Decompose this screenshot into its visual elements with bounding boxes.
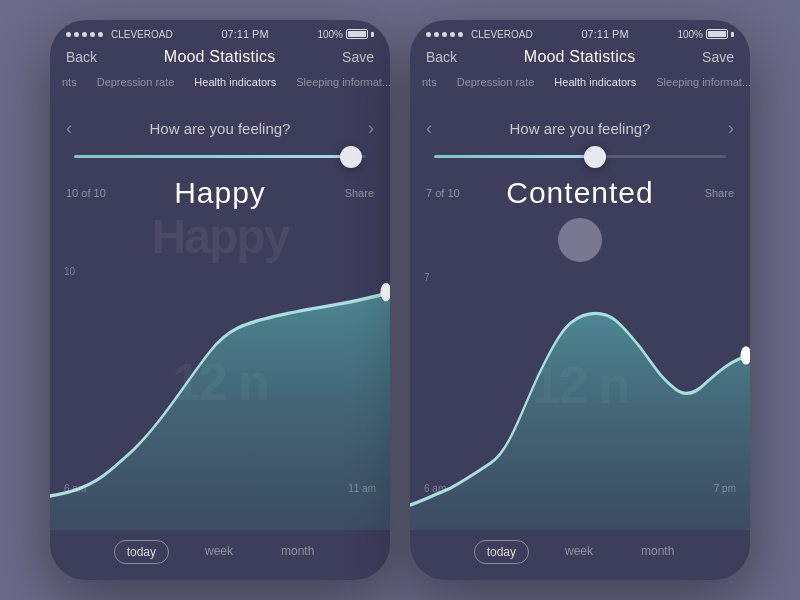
tab-2-2[interactable]: Health indicators (550, 74, 640, 90)
carrier-1: CLEVEROAD (111, 29, 173, 40)
tab-2-0[interactable]: nts (418, 74, 441, 90)
page-title-2: Mood Statistics (524, 48, 635, 66)
tab-2-3[interactable]: Sleeping informat... (652, 74, 750, 90)
save-button-1[interactable]: Save (342, 49, 374, 65)
mood-label-2: Contented (506, 176, 653, 210)
btab-week-2[interactable]: week (553, 540, 605, 564)
slider-track-1 (74, 155, 366, 158)
btab-today-1[interactable]: today (114, 540, 169, 564)
battery-icon-2 (706, 29, 734, 39)
phone-1: CLEVEROAD 07:11 PM 100% Back Mood Statis… (50, 20, 390, 580)
question-area-1: ‹ How are you feeling? › (50, 98, 390, 149)
circle-area-2 (410, 214, 750, 264)
btab-month-2[interactable]: month (629, 540, 686, 564)
btab-week-1[interactable]: week (193, 540, 245, 564)
mood-area-2: 7 of 10 Contented Share (410, 164, 750, 214)
mood-area-1: 10 of 10 Happy Share (50, 164, 390, 214)
btab-today-2[interactable]: today (474, 540, 529, 564)
tab-2-1[interactable]: Depression rate (453, 74, 539, 90)
mood-label-1: Happy (174, 176, 266, 210)
battery-icon-1 (346, 29, 374, 39)
watermark-text-1: Happy (152, 209, 289, 264)
next-arrow-2[interactable]: › (728, 118, 734, 139)
bottom-tabs-2: today week month (410, 530, 750, 580)
back-button-1[interactable]: Back (66, 49, 97, 65)
question-text-2: How are you feeling? (444, 120, 716, 137)
chart-2: 7 12 n 6 am 7 pm (410, 264, 750, 530)
back-button-2[interactable]: Back (426, 49, 457, 65)
next-arrow-1[interactable]: › (368, 118, 374, 139)
signal-dots-1 (66, 32, 103, 37)
chart-svg-2 (410, 264, 750, 530)
chart-time-left-1: 6 am (64, 483, 86, 494)
svg-point-0 (381, 284, 390, 301)
signal-dots-2 (426, 32, 463, 37)
bottom-tabs-1: today week month (50, 530, 390, 580)
slider-1[interactable] (50, 149, 390, 164)
slider-fill-2 (434, 155, 595, 158)
save-button-2[interactable]: Save (702, 49, 734, 65)
battery-pct-1: 100% (317, 29, 343, 40)
mood-share-2[interactable]: Share (705, 187, 734, 199)
carrier-2: CLEVEROAD (471, 29, 533, 40)
tab-1-3[interactable]: Sleeping informat... (292, 74, 390, 90)
mood-share-1[interactable]: Share (345, 187, 374, 199)
svg-point-1 (741, 347, 750, 364)
nav-bar-1: Back Mood Statistics Save (50, 44, 390, 74)
chart-svg-1 (50, 258, 390, 530)
phone-2: CLEVEROAD 07:11 PM 100% Back Mood Statis… (410, 20, 750, 580)
status-bar-1: CLEVEROAD 07:11 PM 100% (50, 20, 390, 44)
time-1: 07:11 PM (222, 28, 269, 40)
btab-month-1[interactable]: month (269, 540, 326, 564)
tabs-bar-1: nts Depression rate Health indicators Sl… (50, 74, 390, 98)
nav-bar-2: Back Mood Statistics Save (410, 44, 750, 74)
time-2: 07:11 PM (582, 28, 629, 40)
page-title-1: Mood Statistics (164, 48, 275, 66)
slider-2[interactable] (410, 149, 750, 164)
battery-pct-2: 100% (677, 29, 703, 40)
prev-arrow-1[interactable]: ‹ (66, 118, 72, 139)
gray-circle-2 (558, 218, 602, 262)
slider-track-2 (434, 155, 726, 158)
slider-fill-1 (74, 155, 351, 158)
question-area-2: ‹ How are you feeling? › (410, 98, 750, 149)
chart-time-right-1: 11 am (348, 483, 376, 494)
prev-arrow-2[interactable]: ‹ (426, 118, 432, 139)
chart-1: 10 12 n 6 am 11 am (50, 258, 390, 530)
tab-1-2[interactable]: Health indicators (190, 74, 280, 90)
tab-1-1[interactable]: Depression rate (93, 74, 179, 90)
chart-time-left-2: 6 am (424, 483, 446, 494)
mood-count-2: 7 of 10 (426, 187, 460, 199)
chart-time-right-2: 7 pm (714, 483, 736, 494)
mood-count-1: 10 of 10 (66, 187, 106, 199)
question-text-1: How are you feeling? (84, 120, 356, 137)
status-bar-2: CLEVEROAD 07:11 PM 100% (410, 20, 750, 44)
tab-1-0[interactable]: nts (58, 74, 81, 90)
tabs-bar-2: nts Depression rate Health indicators Sl… (410, 74, 750, 98)
watermark-1: Happy (50, 214, 390, 258)
